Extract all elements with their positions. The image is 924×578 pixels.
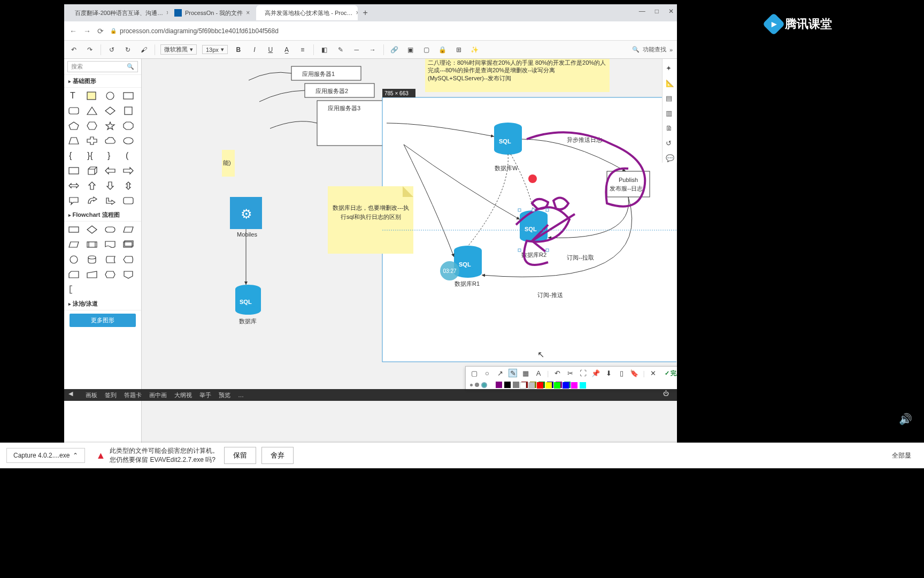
navigator-icon[interactable]: ✦	[666, 64, 674, 73]
star-shape[interactable]	[103, 120, 118, 132]
u-arrow-shape[interactable]	[103, 195, 118, 207]
display-shape[interactable]	[121, 254, 136, 265]
mosaic-tool[interactable]: ▦	[521, 369, 530, 377]
italic-button[interactable]: I	[249, 44, 260, 55]
callout-shape[interactable]	[66, 195, 81, 207]
line-style-button[interactable]: ─	[351, 44, 362, 55]
hexagon-shape[interactable]	[84, 120, 99, 132]
undo-arrow-icon[interactable]: ↶	[68, 44, 79, 55]
io-shape[interactable]	[121, 224, 136, 235]
copy-tool[interactable]: ▯	[617, 369, 626, 377]
comment-icon[interactable]: 💬	[666, 154, 674, 163]
reload-button[interactable]: ⟳	[97, 27, 104, 35]
cut-tool[interactable]: ✂	[566, 369, 574, 377]
pages-icon[interactable]: ▥	[666, 109, 674, 118]
octagon-shape[interactable]	[121, 120, 136, 132]
card-shape2[interactable]	[66, 269, 81, 280]
card-shape[interactable]	[66, 165, 81, 177]
database-shape[interactable]	[84, 254, 99, 265]
note-shape[interactable]	[84, 90, 99, 102]
terminator-shape[interactable]	[103, 224, 118, 235]
arrow-tool[interactable]: ↗	[496, 369, 504, 377]
back-button[interactable]: ←	[70, 27, 77, 35]
vb-preview[interactable]: 预览	[219, 391, 230, 399]
bracket-open-shape[interactable]	[66, 284, 81, 295]
link-icon[interactable]: 🔗	[389, 44, 400, 55]
back-icon[interactable]: ▢	[421, 44, 432, 55]
cloud-shape[interactable]	[103, 135, 118, 147]
vb-canvas[interactable]: 画板	[86, 391, 97, 399]
fullscreen-tool[interactable]: ⛶	[579, 369, 587, 377]
keep-button[interactable]: 保留	[224, 447, 256, 464]
swatch[interactable]	[580, 382, 586, 389]
text-tool[interactable]: A	[534, 369, 543, 377]
brace-right-shape[interactable]: }{	[84, 150, 99, 162]
show-all-button[interactable]: 全部显	[886, 448, 918, 463]
vb-more[interactable]: …	[238, 392, 244, 398]
save-tool[interactable]: ⬇	[604, 369, 613, 377]
swatch[interactable]	[520, 382, 526, 389]
swatch[interactable]	[528, 382, 535, 389]
triangle-shape[interactable]	[84, 105, 99, 117]
prep-shape[interactable]	[103, 269, 118, 280]
arrow-right-shape[interactable]	[121, 165, 136, 177]
power-button[interactable]: ⏻	[663, 390, 673, 400]
align-button[interactable]: ≡	[297, 44, 308, 55]
font-size-select[interactable]: 13px▾	[202, 45, 228, 54]
multidoc-shape[interactable]	[121, 239, 136, 250]
paren-shape[interactable]: (	[121, 150, 136, 162]
minimize-button[interactable]: —	[639, 7, 645, 15]
circle-shape[interactable]	[103, 90, 118, 102]
forward-button[interactable]: →	[83, 27, 91, 35]
document-shape[interactable]	[103, 239, 118, 250]
close-icon[interactable]: ×	[166, 9, 168, 17]
done-button[interactable]: 完成	[665, 369, 677, 377]
decision-shape[interactable]	[84, 224, 99, 235]
arrow-left-shape[interactable]	[103, 165, 118, 177]
swimlane-header[interactable]: 泳池/泳道	[64, 298, 141, 310]
swatch-purple[interactable]	[496, 382, 502, 388]
plus-shape[interactable]	[84, 135, 99, 147]
swatch[interactable]	[545, 382, 552, 389]
brush-icon[interactable]: 🖌	[138, 44, 149, 55]
swatch[interactable]	[571, 382, 578, 389]
redo-arrow-icon[interactable]: ↷	[84, 44, 95, 55]
swatch[interactable]	[554, 382, 560, 389]
bracket-shape[interactable]: }	[103, 150, 118, 162]
trapezoid-shape[interactable]	[66, 135, 81, 147]
pentagon-shape[interactable]	[66, 120, 81, 132]
close-icon[interactable]: ×	[246, 9, 250, 17]
close-icon[interactable]: ×	[356, 9, 358, 17]
bold-button[interactable]: B	[233, 44, 244, 55]
layers-icon[interactable]: ▤	[666, 94, 674, 103]
close-snip[interactable]: ✕	[649, 369, 658, 377]
undo-tool[interactable]: ↶	[553, 369, 561, 377]
more-shapes-button[interactable]: 更多图形	[70, 314, 136, 327]
page-icon[interactable]: 🗎	[666, 124, 674, 133]
toolbar-more[interactable]: »	[669, 47, 673, 53]
arrow-down-shape[interactable]	[103, 180, 118, 192]
arrow-button[interactable]: →	[367, 44, 378, 55]
bookmark-tool[interactable]: 🔖	[630, 369, 638, 377]
group-icon[interactable]: ⊞	[453, 44, 464, 55]
pen-tool[interactable]: ✎	[509, 369, 517, 377]
front-icon[interactable]: ▣	[405, 44, 416, 55]
process-shape[interactable]	[66, 224, 81, 235]
font-family-select[interactable]: 微软雅黑▾	[160, 44, 197, 55]
subprocess-shape[interactable]	[84, 239, 99, 250]
arrow-ud-shape[interactable]	[121, 180, 136, 192]
rect-shape[interactable]	[121, 90, 136, 102]
swatch[interactable]	[537, 382, 543, 389]
connector-circle-shape[interactable]	[66, 254, 81, 265]
arrow-up-shape[interactable]	[84, 180, 99, 192]
lock-icon[interactable]: 🔒	[437, 44, 448, 55]
speaker-icon[interactable]: 🔊	[899, 413, 912, 425]
magic-icon[interactable]: ✨	[469, 44, 480, 55]
pin-tool[interactable]: 📌	[591, 369, 600, 377]
text-shape[interactable]: T	[66, 90, 81, 102]
url-field[interactable]: 🔒 processon.com/diagraming/5f69bbc1e401f…	[110, 27, 279, 35]
redo-icon[interactable]: ↻	[122, 44, 133, 55]
fill-button[interactable]: ◧	[319, 44, 330, 55]
offpage-shape[interactable]	[121, 269, 136, 280]
tab-baidu[interactable]: 百度翻译-200种语言互译、沟通… ×	[66, 5, 168, 20]
